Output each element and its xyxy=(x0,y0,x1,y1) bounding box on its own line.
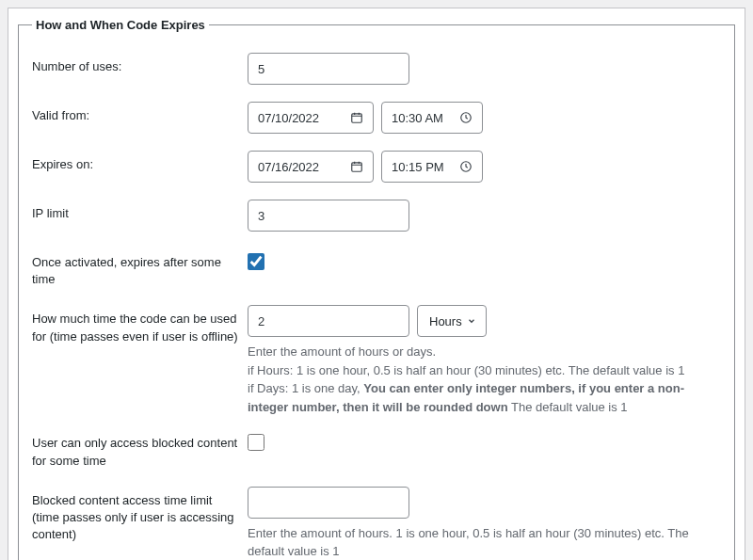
input-ip-limit[interactable] xyxy=(248,200,409,232)
row-ip-limit: IP limit xyxy=(32,200,721,232)
input-valid-from-date[interactable]: 07/10/2022 xyxy=(248,102,374,134)
row-expires-on: Expires on: 07/16/2022 10:15 PM xyxy=(32,151,721,183)
label-time-used: How much time the code can be used for (… xyxy=(32,305,248,344)
checkbox-only-blocked[interactable] xyxy=(248,434,264,451)
input-blocked-limit[interactable] xyxy=(248,487,409,519)
svg-rect-2 xyxy=(352,163,362,171)
valid-from-time-value: 10:30 AM xyxy=(392,111,443,125)
section-legend: How and When Code Expires xyxy=(32,18,209,32)
input-number-of-uses[interactable] xyxy=(248,53,409,85)
calendar-icon xyxy=(350,111,363,124)
label-valid-from: Valid from: xyxy=(32,102,248,124)
expires-on-date-value: 07/16/2022 xyxy=(258,160,319,174)
select-time-unit-value: Hours xyxy=(429,314,462,328)
code-expiry-fieldset: How and When Code Expires Number of uses… xyxy=(18,18,735,560)
calendar-icon xyxy=(350,160,363,173)
row-blocked-limit: Blocked content access time limit (time … xyxy=(32,487,721,560)
expires-on-time-value: 10:15 PM xyxy=(392,160,444,174)
clock-icon xyxy=(459,111,473,124)
chevron-down-icon xyxy=(467,314,476,328)
input-time-used[interactable] xyxy=(248,305,409,337)
label-expires-on: Expires on: xyxy=(32,151,248,173)
input-expires-on-date[interactable]: 07/16/2022 xyxy=(248,151,374,183)
svg-rect-0 xyxy=(352,114,362,122)
input-valid-from-time[interactable]: 10:30 AM xyxy=(381,102,483,134)
label-blocked-limit: Blocked content access time limit (time … xyxy=(32,487,248,544)
input-expires-on-time[interactable]: 10:15 PM xyxy=(381,151,483,183)
valid-from-date-value: 07/10/2022 xyxy=(258,111,319,125)
select-time-unit[interactable]: Hours xyxy=(417,305,487,337)
clock-icon xyxy=(459,160,473,173)
row-only-blocked: User can only access blocked content for… xyxy=(32,429,721,469)
checkbox-once-activated[interactable] xyxy=(248,253,264,270)
label-ip-limit: IP limit xyxy=(32,200,248,222)
row-once-activated: Once activated, expires after some time xyxy=(32,248,721,288)
row-number-of-uses: Number of uses: xyxy=(32,53,721,85)
row-time-used: How much time the code can be used for (… xyxy=(32,305,721,416)
row-valid-from: Valid from: 07/10/2022 10:30 AM xyxy=(32,102,721,134)
label-number-of-uses: Number of uses: xyxy=(32,53,248,75)
label-only-blocked: User can only access blocked content for… xyxy=(32,429,248,469)
label-once-activated: Once activated, expires after some time xyxy=(32,248,248,288)
desc-blocked-limit: Enter the amount of hours. 1 is one hour… xyxy=(248,524,721,560)
settings-panel: How and When Code Expires Number of uses… xyxy=(8,8,745,560)
desc-time-used: Enter the amount of hours or days. if Ho… xyxy=(248,343,721,416)
